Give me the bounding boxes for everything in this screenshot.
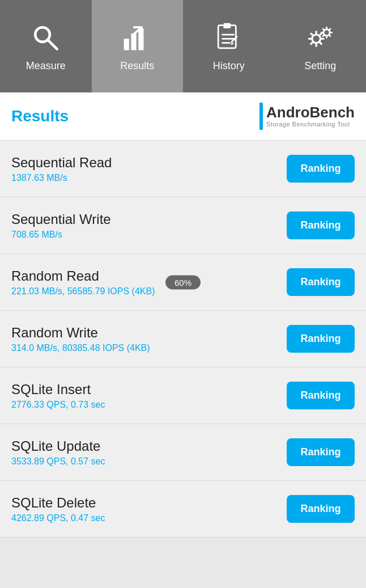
setting-icon — [303, 20, 337, 54]
result-row-sqlite-update: SQLite Update 3533.89 QPS, 0.57 sec Rank… — [0, 424, 366, 481]
result-value-sequential-write: 708.65 MB/s — [11, 230, 111, 240]
result-row-sequential-read: Sequential Read 1387.63 MB/s Ranking — [0, 141, 366, 197]
result-row-sqlite-delete: SQLite Delete 4262.89 QPS, 0.47 sec Rank… — [0, 481, 366, 538]
ranking-button-sqlite-delete[interactable]: Ranking — [287, 495, 355, 523]
ranking-button-random-read[interactable]: Ranking — [287, 268, 355, 296]
result-info-sqlite-update: SQLite Update 3533.89 QPS, 0.57 sec — [11, 438, 105, 467]
nav-bar: Measure Results — [0, 0, 366, 92]
svg-line-18 — [320, 42, 321, 44]
brand-name: AndroBench — [266, 105, 355, 120]
progress-tooltip: 60% — [165, 275, 201, 289]
svg-rect-5 — [218, 25, 236, 48]
result-info-random-write: Random Write 314.0 MB/s, 80385.48 IOPS (… — [11, 325, 150, 353]
result-value-sqlite-update: 3533.89 QPS, 0.57 sec — [11, 456, 105, 467]
page-title: Results — [11, 107, 69, 125]
result-info-sqlite-delete: SQLite Delete 4262.89 QPS, 0.47 sec — [11, 495, 105, 523]
result-row-random-write: Random Write 314.0 MB/s, 80385.48 IOPS (… — [0, 311, 366, 367]
result-info-sqlite-insert: SQLite Insert 2776.33 QPS, 0.73 sec — [11, 382, 105, 410]
result-info-random-read: Random Read 221.03 MB/s, 56585.79 IOPS (… — [11, 268, 155, 297]
result-info-sequential-write: Sequential Write 708.65 MB/s — [11, 211, 111, 240]
brand-accent-bar — [259, 103, 263, 130]
result-name-random-read: Random Read — [11, 268, 155, 284]
ranking-button-sequential-read[interactable]: Ranking — [287, 155, 355, 183]
nav-item-results[interactable]: Results — [92, 0, 184, 92]
result-value-sqlite-insert: 2776.33 QPS, 0.73 sec — [11, 400, 105, 410]
nav-item-history[interactable]: History — [183, 0, 275, 92]
brand-logo: AndroBench Storage Benchmarking Tool — [259, 103, 355, 130]
result-name-sequential-write: Sequential Write — [11, 211, 111, 227]
result-value-random-read: 221.03 MB/s, 56585.79 IOPS (4KB) — [11, 286, 155, 297]
svg-line-19 — [320, 33, 321, 35]
ranking-button-sqlite-insert[interactable]: Ranking — [287, 382, 355, 409]
nav-label-results: Results — [120, 60, 154, 72]
ranking-button-sequential-write[interactable]: Ranking — [287, 211, 355, 239]
svg-rect-3 — [131, 33, 136, 50]
ranking-button-sqlite-update[interactable]: Ranking — [287, 438, 355, 466]
result-row-sqlite-insert: SQLite Insert 2776.33 QPS, 0.73 sec Rank… — [0, 367, 366, 424]
ranking-button-random-write[interactable]: Ranking — [287, 325, 355, 353]
nav-item-measure[interactable]: Measure — [0, 0, 92, 92]
nav-item-setting[interactable]: Setting — [275, 0, 367, 92]
brand-andro: Andro — [266, 104, 310, 121]
page-header: Results AndroBench Storage Benchmarking … — [0, 92, 366, 141]
result-name-sqlite-update: SQLite Update — [11, 438, 105, 454]
svg-line-1 — [48, 40, 57, 49]
result-name-sequential-read: Sequential Read — [11, 155, 112, 171]
history-icon — [212, 20, 246, 54]
brand-bench: Bench — [310, 104, 355, 121]
svg-line-17 — [311, 33, 313, 35]
results-list: Sequential Read 1387.63 MB/s Ranking Seq… — [0, 141, 366, 538]
svg-line-20 — [311, 42, 313, 44]
svg-rect-6 — [224, 23, 231, 28]
nav-label-history: History — [213, 60, 245, 72]
result-name-sqlite-delete: SQLite Delete — [11, 495, 105, 511]
nav-label-setting: Setting — [304, 60, 336, 72]
svg-line-26 — [323, 28, 324, 29]
result-row-random-read: Random Read 221.03 MB/s, 56585.79 IOPS (… — [0, 254, 366, 311]
svg-line-27 — [329, 35, 330, 36]
svg-rect-2 — [124, 39, 129, 50]
result-row-sequential-write: Sequential Write 708.65 MB/s Ranking — [0, 197, 366, 254]
brand-text: AndroBench Storage Benchmarking Tool — [266, 105, 355, 128]
result-info-sequential-read: Sequential Read 1387.63 MB/s — [11, 155, 112, 183]
result-name-sqlite-insert: SQLite Insert — [11, 382, 105, 397]
measure-icon — [29, 20, 63, 54]
result-value-sqlite-delete: 4262.89 QPS, 0.47 sec — [11, 513, 105, 523]
svg-line-28 — [329, 28, 330, 29]
result-name-random-write: Random Write — [11, 325, 150, 341]
result-value-sequential-read: 1387.63 MB/s — [11, 173, 112, 183]
svg-line-29 — [323, 35, 324, 36]
svg-point-12 — [312, 35, 321, 43]
nav-label-measure: Measure — [26, 60, 66, 72]
results-icon — [120, 20, 154, 54]
result-value-random-write: 314.0 MB/s, 80385.48 IOPS (4KB) — [11, 343, 150, 353]
brand-tagline: Storage Benchmarking Tool — [266, 121, 350, 128]
